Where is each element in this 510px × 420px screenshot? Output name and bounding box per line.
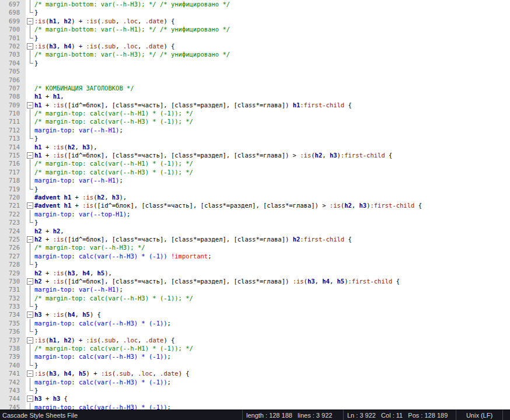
code-line[interactable]: 734h3 + :is(h4, h5) { (0, 310, 510, 318)
code-text: } (34, 8, 510, 16)
code-line[interactable]: 743} (0, 386, 510, 394)
code-text: /* margin-top: calc(var(--h-H1) * (-1));… (34, 344, 510, 352)
code-text: } (34, 34, 510, 42)
fold-collapse-icon[interactable] (26, 277, 34, 285)
code-line[interactable]: 723} (0, 218, 510, 226)
code-line[interactable]: 720#advent h1 + :is(h2, h3), (0, 193, 510, 201)
code-line[interactable]: 716/* margin-top: calc(var(--h-H1) * (-1… (0, 159, 510, 167)
code-line[interactable]: 705 (0, 67, 510, 75)
code-text: :is(h3, h4, h5) + :is(.sub, .loc, .date)… (34, 369, 510, 377)
line-number: 718 (0, 176, 26, 184)
line-number: 712 (0, 126, 26, 134)
code-line[interactable]: 742margin-top: calc(var(--h-H3) * (-1)); (0, 378, 510, 386)
code-line[interactable]: 721#advent h1 + :is([id^=блок], [class*=… (0, 201, 510, 209)
fold-collapse-icon[interactable] (26, 101, 34, 109)
code-line[interactable]: 728} (0, 260, 510, 268)
line-number: 730 (0, 277, 26, 285)
line-number: 740 (0, 361, 26, 369)
code-line[interactable]: 724h2 + h2, (0, 227, 510, 235)
code-line[interactable]: 744h3 + h3 { (0, 394, 510, 402)
fold-margin (26, 252, 34, 260)
line-number: 739 (0, 352, 26, 360)
fold-collapse-icon[interactable] (26, 42, 34, 50)
code-text: /* margin-top: calc(var(--h-H1) * (-1));… (34, 159, 510, 167)
text-editor-window: 697/* margin-bottom: var(--h-H3); */ /* … (0, 0, 510, 420)
editor[interactable]: 697/* margin-bottom: var(--h-H3); */ /* … (0, 0, 510, 410)
line-number: 697 (0, 0, 26, 8)
code-text: } (34, 386, 510, 394)
code-line[interactable]: 713} (0, 134, 510, 142)
line-number: 711 (0, 117, 26, 125)
code-line[interactable]: 709h1 + :is([id^=блок], [class*=часть], … (0, 101, 510, 109)
code-line[interactable]: 697/* margin-bottom: var(--h-H3); */ /* … (0, 0, 510, 8)
code-line[interactable]: 700/* margin-bottom: var(--h-H1); */ /* … (0, 25, 510, 33)
line-number: 741 (0, 369, 26, 377)
fold-margin (26, 378, 34, 386)
code-text: margin-top: calc(var(--h-H3) * (-1)); (34, 319, 510, 327)
code-line[interactable]: 738/* margin-top: calc(var(--h-H1) * (-1… (0, 344, 510, 352)
code-line[interactable]: 732/* margin-top: calc(var(--h-H3) * (-1… (0, 294, 510, 302)
fold-margin (26, 269, 34, 277)
fold-collapse-icon[interactable] (26, 235, 34, 243)
code-line[interactable]: 725h2 + :is([id^=блок], [class*=часть], … (0, 235, 510, 243)
code-line[interactable]: 703/* margin-bottom: var(--h-H3); */ /* … (0, 50, 510, 58)
fold-margin (26, 386, 34, 394)
code-line[interactable]: 712margin-top: var(--h-H1); (0, 126, 510, 134)
code-line[interactable]: 733} (0, 302, 510, 310)
fold-margin (26, 193, 34, 201)
code-line[interactable]: 717/* margin-top: calc(var(--h-H3) * (-1… (0, 168, 510, 176)
code-line[interactable]: 718margin-top: var(--h-H1); (0, 176, 510, 184)
code-text: h1 + h1, (34, 92, 510, 100)
fold-margin (26, 34, 34, 42)
code-text: /* margin-top: calc(var(--h-H1) * (-1));… (34, 109, 510, 117)
line-number: 727 (0, 252, 26, 260)
code-line[interactable]: 727margin-top: calc(var(--h-H3) * (-1)) … (0, 252, 510, 260)
code-line[interactable]: 702:is(h3, h4) + :is(.sub, .loc, .date) … (0, 42, 510, 50)
code-text: } (34, 134, 510, 142)
code-line[interactable]: 699:is(h1, h2) + :is(.sub, .loc, .date) … (0, 17, 510, 25)
code-text: h3 + :is(h4, h5) { (34, 310, 510, 318)
code-line[interactable]: 741:is(h3, h4, h5) + :is(.sub, .loc, .da… (0, 369, 510, 377)
fold-margin (26, 327, 34, 335)
fold-collapse-icon[interactable] (26, 17, 34, 25)
code-line[interactable]: 736} (0, 327, 510, 335)
code-line[interactable]: 719} (0, 185, 510, 193)
code-line[interactable]: 710/* margin-top: calc(var(--h-H1) * (-1… (0, 109, 510, 117)
fold-collapse-icon[interactable] (26, 394, 34, 402)
code-line[interactable]: 715h1 + :is([id^=блок], [class*=часть], … (0, 151, 510, 159)
code-line[interactable]: 735margin-top: calc(var(--h-H3) * (-1)); (0, 319, 510, 327)
code-line[interactable]: 729h2 + :is(h3, h4, h5), (0, 269, 510, 277)
code-line[interactable]: 698} (0, 8, 510, 16)
fold-collapse-icon[interactable] (26, 151, 34, 159)
code-text: h2 + :is(h3, h4, h5), (34, 269, 510, 277)
line-number: 709 (0, 101, 26, 109)
line-number: 721 (0, 201, 26, 209)
code-line[interactable]: 707/* КОМБИНАЦИЯ ЗАГОЛОВКОВ */ (0, 84, 510, 92)
code-line[interactable]: 740} (0, 361, 510, 369)
line-number: 742 (0, 378, 26, 386)
code-line[interactable]: 730h2 + :is([id^=блок], [class*=часть], … (0, 277, 510, 285)
line-number: 735 (0, 319, 26, 327)
fold-collapse-icon[interactable] (26, 369, 34, 377)
fold-margin (26, 294, 34, 302)
code-line[interactable]: 704} (0, 59, 510, 67)
line-number: 716 (0, 159, 26, 167)
code-line[interactable]: 722margin-top: var(--top-H1); (0, 210, 510, 218)
code-line[interactable]: 739margin-top: calc(var(--h-H3) * (-1)); (0, 352, 510, 360)
fold-collapse-icon[interactable] (26, 336, 34, 344)
line-number: 699 (0, 17, 26, 25)
code-line[interactable]: 731margin-top: var(--h-H1); (0, 285, 510, 293)
fold-margin (26, 218, 34, 226)
line-number: 737 (0, 336, 26, 344)
code-line[interactable]: 714h1 + :is(h2, h3), (0, 143, 510, 151)
fold-collapse-icon[interactable] (26, 310, 34, 318)
code-line[interactable]: 706 (0, 76, 510, 84)
code-line[interactable]: 701} (0, 34, 510, 42)
code-line[interactable]: 737:is(h1, h2) + :is(.sub, .loc, .date) … (0, 336, 510, 344)
code-line[interactable]: 726/* margin-top: var(--h-H3); */ (0, 243, 510, 251)
code-line[interactable]: 708h1 + h1, (0, 92, 510, 100)
fold-collapse-icon[interactable] (26, 201, 34, 209)
code-line[interactable]: 711/* margin-top: calc(var(--h-H3) * (-1… (0, 117, 510, 125)
code-text: /* margin-top: var(--h-H3); */ (34, 243, 510, 251)
code-text: h1 + :is([id^=блок], [class*=часть], [cl… (34, 151, 510, 159)
